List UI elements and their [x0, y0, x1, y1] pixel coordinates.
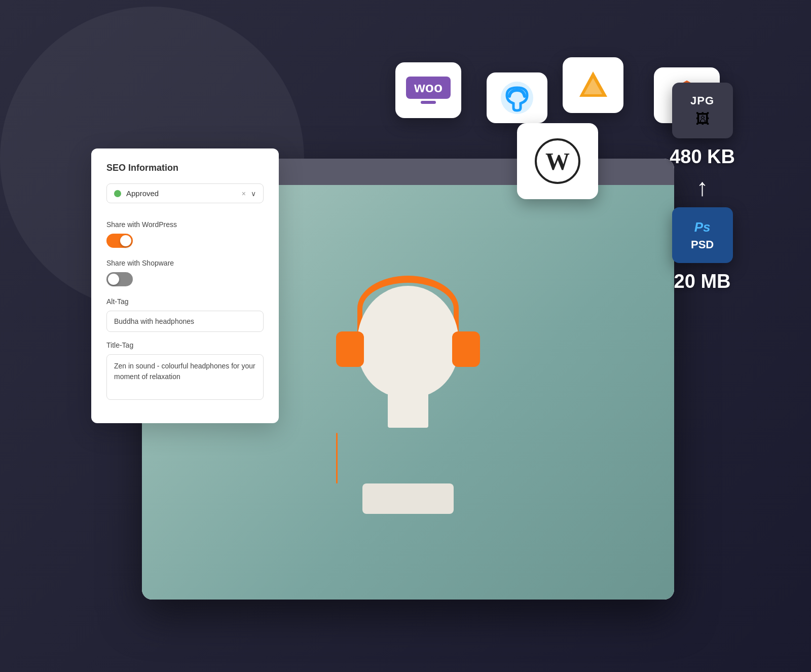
wordpress-logo-card: W — [517, 123, 598, 199]
share-shopware-label: Share with Shopware — [106, 259, 264, 267]
jpg-label: JPG — [690, 94, 714, 107]
scene-wrapper: woo W — [101, 57, 710, 615]
floating-logos: woo W — [365, 57, 720, 230]
share-wordpress-toggle[interactable] — [106, 234, 133, 248]
head-shape — [357, 286, 459, 397]
title-tag-section: Title-Tag Zen in sound - colourful headp… — [106, 341, 264, 400]
source-size-display: 20 MB — [674, 271, 731, 292]
wordpress-w-letter: W — [545, 147, 570, 175]
toggle-thumb-shopware — [108, 274, 119, 285]
headphone-cord — [336, 433, 338, 483]
jpg-image-icon: 🖼 — [695, 110, 710, 127]
arrow-up-icon: ↑ — [696, 174, 709, 201]
dropdown-actions: × ∨ — [242, 190, 256, 198]
woocommerce-logo-card: woo — [395, 62, 461, 118]
share-shopware-toggle[interactable] — [106, 272, 133, 286]
wordpress-icon: W — [535, 138, 580, 184]
original-file-size: 480 KB — [670, 146, 735, 167]
status-label: Approved — [126, 189, 237, 198]
ps-badge: Ps — [694, 219, 711, 235]
alt-tag-label: Alt-Tag — [106, 297, 264, 306]
clear-status-button[interactable]: × — [242, 190, 246, 198]
share-shopware-row: Share with Shopware — [106, 259, 264, 286]
psd-format-card: Ps PSD — [672, 207, 733, 263]
source-file-size: 20 MB — [674, 271, 731, 292]
neck-shape — [388, 387, 428, 428]
arrow-up-container: ↑ — [696, 175, 709, 200]
title-tag-input[interactable]: Zen in sound - colourful headphones for … — [106, 354, 264, 400]
share-wordpress-label: Share with WordPress — [106, 220, 264, 229]
alt-tag-section: Alt-Tag Buddha with headphones — [106, 297, 264, 332]
alt-tag-input[interactable]: Buddha with headphones — [106, 311, 264, 332]
headphone-left-cup — [336, 331, 364, 367]
psd-label: PSD — [691, 238, 714, 251]
share-wordpress-row: Share with WordPress — [106, 220, 264, 248]
file-size-display: 480 KB — [670, 146, 735, 168]
typo3-icon — [577, 69, 610, 102]
base-shape — [362, 483, 454, 514]
title-tag-label: Title-Tag — [106, 341, 264, 349]
file-info-panel: JPG 🖼 480 KB ↑ Ps PSD 20 MB — [670, 83, 735, 292]
shopware-logo-card — [487, 72, 547, 123]
buddha-image-placeholder — [281, 235, 535, 549]
toggle-thumb-wordpress — [120, 235, 131, 246]
status-dropdown[interactable]: Approved × ∨ — [106, 183, 264, 203]
chevron-down-icon[interactable]: ∨ — [251, 190, 256, 198]
buddha-head — [327, 271, 489, 514]
typo3-logo-card — [563, 57, 623, 113]
status-indicator — [114, 190, 121, 197]
jpg-format-card: JPG 🖼 — [672, 83, 733, 138]
headphone-right-cup — [452, 331, 480, 367]
seo-panel-title: SEO Information — [106, 163, 264, 173]
cursor-spacer — [106, 215, 264, 220]
shopware-icon — [499, 80, 535, 116]
seo-panel: SEO Information Approved × ∨ Share with … — [91, 148, 279, 423]
